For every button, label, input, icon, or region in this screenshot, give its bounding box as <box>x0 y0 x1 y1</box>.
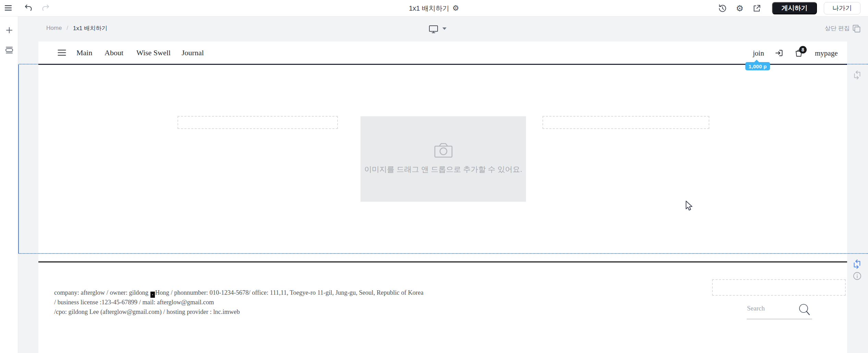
swap-footer-section-icon[interactable] <box>852 259 862 269</box>
search-icon[interactable] <box>798 303 811 318</box>
device-desktop-icon[interactable] <box>428 25 439 34</box>
search-input[interactable] <box>747 305 798 312</box>
search-underline <box>747 319 812 319</box>
site-footer-border <box>38 261 847 262</box>
exit-button[interactable]: 나가기 <box>824 2 860 14</box>
settings-gear-icon[interactable]: ⚙ <box>736 3 744 13</box>
section-guide-left <box>18 64 19 254</box>
site-menu-icon[interactable] <box>58 49 66 56</box>
breadcrumb-home[interactable]: Home <box>46 25 62 32</box>
site-footer-info[interactable]: company: afterglow / owner: gildong •Hon… <box>54 288 431 317</box>
sections-list-icon[interactable] <box>0 43 18 57</box>
breadcrumb-separator: / <box>66 25 68 32</box>
history-icon[interactable] <box>718 4 727 13</box>
breadcrumb: Home / 1x1 배치하기 <box>46 25 107 32</box>
footer-line-3: /cpo: gildong Lee (afterglow@gmail.com) … <box>54 307 431 317</box>
empty-text-placeholder-right[interactable] <box>542 116 709 129</box>
footer-line-2: / business license :123-45-67899 / mail:… <box>54 298 431 307</box>
camera-icon <box>433 142 453 158</box>
undo-icon[interactable] <box>24 4 33 13</box>
editor-left-rail <box>0 16 18 353</box>
site-nav-about[interactable]: About <box>105 48 123 57</box>
mouse-cursor <box>685 201 695 212</box>
site-login-icon[interactable] <box>775 49 783 57</box>
add-section-icon[interactable] <box>0 23 18 37</box>
copy-pages-icon[interactable] <box>852 24 861 33</box>
editor-menu-icon[interactable] <box>4 5 12 11</box>
open-external-icon[interactable] <box>753 4 761 13</box>
swap-section-icon[interactable] <box>853 70 862 80</box>
image-dropzone[interactable]: 이미지를 드래그 앤 드롭으로 추가할 수 있어요. <box>360 116 526 202</box>
page-settings-gear-icon[interactable]: ⚙ <box>452 4 459 13</box>
empty-text-placeholder-left[interactable] <box>178 116 338 129</box>
device-dropdown-caret-icon[interactable] <box>442 27 447 32</box>
text-cursor-block: • <box>150 292 155 298</box>
dropzone-hint-text: 이미지를 드래그 앤 드롭으로 추가할 수 있어요. <box>364 164 522 175</box>
footer-line-1: company: afterglow / owner: gildong •Hon… <box>54 288 431 298</box>
page-title: 1x1 배치하기 <box>409 4 449 13</box>
redo-icon[interactable] <box>41 4 50 13</box>
points-tooltip: 1,000 p <box>745 62 770 70</box>
site-nav-main[interactable]: Main <box>76 48 92 57</box>
publish-button[interactable]: 게시하기 <box>772 2 817 14</box>
site-mypage-link[interactable]: mypage <box>815 49 838 58</box>
site-nav-journal[interactable]: Journal <box>182 48 204 57</box>
site-header-border <box>38 64 847 65</box>
site-join-link[interactable]: join <box>753 49 764 58</box>
breadcrumb-current: 1x1 배치하기 <box>73 24 107 32</box>
imweb-editor: 1x1 배치하기 ⚙ ⚙ 게시하기 나가기 <box>0 0 868 353</box>
site-nav-wise-swell[interactable]: Wise Swell <box>136 48 171 57</box>
empty-footer-placeholder[interactable] <box>712 279 846 296</box>
cart-badge: 8 <box>799 46 807 54</box>
section-guide-bottom <box>19 253 868 254</box>
info-icon[interactable] <box>853 272 861 280</box>
edit-top-label[interactable]: 상단 편집 <box>825 25 850 32</box>
page-title-group: 1x1 배치하기 ⚙ <box>409 0 459 16</box>
